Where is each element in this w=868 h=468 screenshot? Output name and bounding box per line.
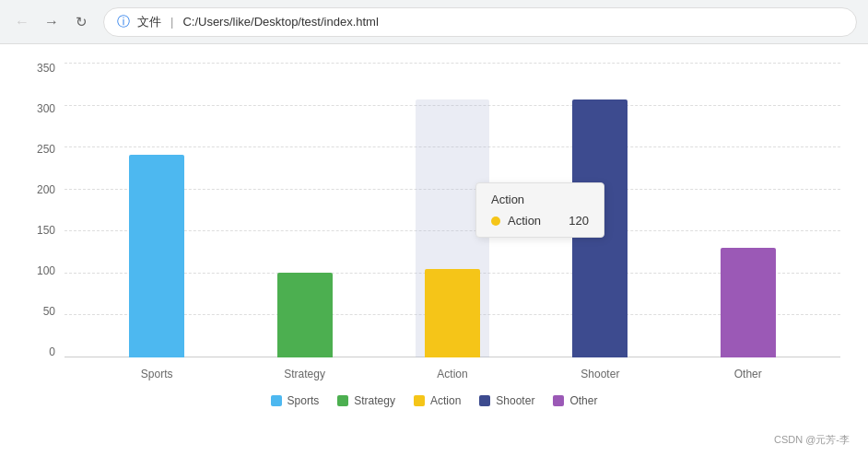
chart-container: 350 300 250 200 150 100 50 0 [0, 44, 868, 431]
tooltip-dot [491, 216, 500, 226]
bar-label-shooter: Shooter [581, 368, 619, 380]
legend-item-strategy: Strategy [337, 394, 395, 407]
y-label-50: 50 [43, 306, 55, 317]
bar-label-strategy: Strategy [284, 368, 325, 380]
bar-label-sports: Sports [141, 368, 173, 380]
tooltip-label: Action [508, 214, 541, 228]
chart-legend: Sports Strategy Action Shooter Other [28, 385, 840, 416]
legend-item-action: Action [414, 394, 461, 407]
tooltip-title: Action [491, 193, 589, 206]
y-label-300: 300 [37, 103, 55, 114]
legend-item-other: Other [553, 394, 597, 407]
tooltip: Action Action 120 [475, 182, 604, 238]
bar-group-sports[interactable]: Sports [129, 63, 184, 357]
address-text: C:/Users/like/Desktop/test/index.html [182, 15, 378, 29]
legend-label-action: Action [430, 394, 461, 407]
bar-group-strategy[interactable]: Strategy [277, 63, 333, 357]
bar-group-other[interactable]: Other [721, 63, 776, 357]
legend-label-shooter: Shooter [496, 394, 534, 407]
browser-toolbar: ← → ↻ ⓘ 文件 | C:/Users/like/Desktop/test/… [0, 0, 868, 44]
bar-strategy[interactable] [277, 273, 333, 357]
legend-dot-strategy [337, 395, 348, 406]
bar-action[interactable] [425, 269, 480, 357]
y-label-350: 350 [37, 63, 55, 74]
bar-group-action[interactable]: Action Action Action 120 [425, 63, 480, 357]
file-label: 文件 [137, 14, 161, 30]
legend-dot-other [553, 395, 564, 406]
footer: CSDN @元芳-李 [0, 431, 868, 449]
y-label-250: 250 [37, 144, 55, 155]
chart-plot: Sports Strategy Action [65, 63, 840, 385]
y-label-0: 0 [49, 346, 55, 357]
bars-area: Sports Strategy Action [65, 63, 840, 357]
legend-dot-shooter [479, 395, 490, 406]
legend-item-shooter: Shooter [479, 394, 534, 407]
legend-label-other: Other [569, 394, 597, 407]
bar-label-action: Action [437, 368, 467, 380]
chart-area: 350 300 250 200 150 100 50 0 [28, 63, 840, 385]
legend-label-strategy: Strategy [354, 394, 395, 407]
bar-sports[interactable] [129, 155, 184, 357]
y-label-150: 150 [37, 225, 55, 236]
nav-buttons: ← → ↻ [11, 11, 92, 33]
legend-item-sports: Sports [271, 394, 320, 407]
footer-credit: CSDN @元芳-李 [774, 434, 850, 445]
legend-dot-action [414, 395, 425, 406]
bar-other[interactable] [721, 248, 776, 357]
back-button[interactable]: ← [11, 11, 33, 33]
y-label-200: 200 [37, 184, 55, 195]
address-bar[interactable]: ⓘ 文件 | C:/Users/like/Desktop/test/index.… [103, 7, 857, 37]
bar-label-other: Other [734, 368, 762, 380]
info-icon: ⓘ [117, 14, 130, 30]
y-label-100: 100 [37, 265, 55, 276]
tooltip-value: 120 [569, 214, 589, 228]
reload-button[interactable]: ↻ [70, 11, 92, 33]
address-separator: | [170, 15, 173, 29]
tooltip-row: Action 120 [491, 214, 589, 228]
forward-button[interactable]: → [41, 11, 63, 33]
y-axis: 350 300 250 200 150 100 50 0 [28, 63, 65, 385]
legend-dot-sports [271, 395, 282, 406]
legend-label-sports: Sports [287, 394, 320, 407]
